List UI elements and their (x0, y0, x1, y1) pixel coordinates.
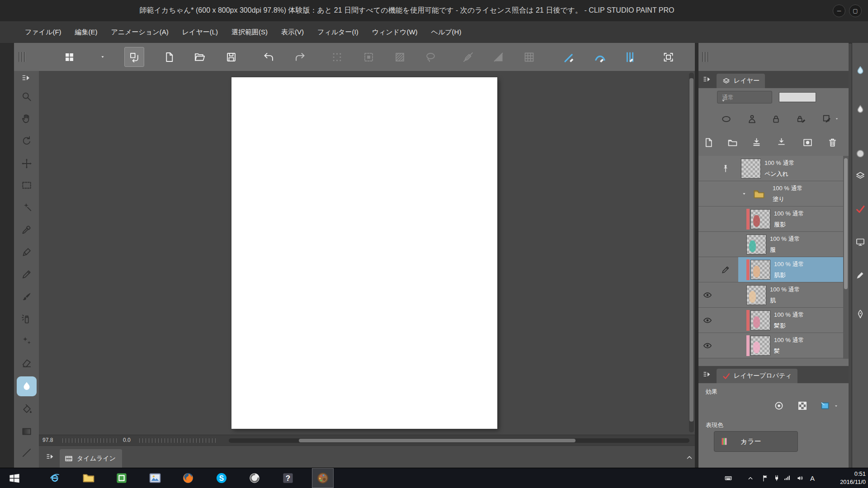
eraser-tool[interactable] (17, 353, 37, 373)
chevron-up-icon[interactable] (684, 452, 694, 462)
menu-item-1[interactable]: ファイル(F) (18, 21, 68, 43)
taskbar-spiral-app[interactable] (244, 468, 265, 488)
tray-show-hidden-icons[interactable] (745, 468, 756, 488)
right-panel-grip[interactable] (698, 43, 849, 71)
layer-property-menu-icon[interactable] (702, 370, 712, 380)
merge-down-button[interactable] (773, 134, 789, 150)
workspace-grid-button[interactable] (59, 47, 79, 67)
taskbar-help-app[interactable]: ? (277, 468, 299, 488)
layer-thumbnail[interactable] (750, 310, 770, 330)
layer-thumbnail[interactable] (741, 159, 761, 178)
layer-visibility-toggle[interactable] (698, 282, 717, 308)
blend-mode-dropdown[interactable]: 通常 (717, 91, 772, 103)
move-canvas-tool[interactable] (17, 108, 37, 128)
lock-layer-icon[interactable] (768, 111, 784, 127)
minimize-button[interactable]: ─ (833, 5, 845, 17)
tray-volume[interactable] (794, 468, 806, 488)
palette-color-slider[interactable] (854, 103, 867, 116)
chevron-down-icon[interactable] (834, 116, 840, 122)
layer-color-effect-toggle[interactable] (817, 398, 833, 414)
palette-navigator[interactable] (854, 235, 867, 249)
menu-item-8[interactable]: ウィンドウ(W) (365, 21, 425, 43)
taskbar-file-explorer[interactable] (78, 468, 99, 488)
tray-network[interactable] (781, 468, 793, 488)
palette-tool-property[interactable] (854, 307, 867, 321)
layers-panel-menu-icon[interactable] (702, 75, 712, 84)
timeline-panel-menu-icon[interactable] (45, 452, 55, 462)
horizontal-scrollbar-thumb[interactable] (299, 439, 576, 442)
airbrush-tool[interactable] (17, 309, 37, 329)
layer-thumbnail[interactable] (750, 336, 770, 356)
layer-visibility-toggle[interactable] (698, 232, 717, 257)
taskbar-firefox[interactable] (177, 468, 199, 488)
blend-tool[interactable] (17, 376, 37, 396)
folder-expand-toggle[interactable] (741, 191, 747, 197)
transfer-down-button[interactable] (748, 134, 764, 150)
palette-color-set[interactable] (854, 147, 867, 160)
fill-selection-button[interactable] (390, 47, 410, 67)
object-launcher-button[interactable] (124, 47, 144, 67)
open-file-button[interactable] (189, 47, 209, 67)
taskbar-green-app[interactable] (111, 468, 132, 488)
tool-palette-menu-icon[interactable] (21, 73, 32, 84)
layer-thumbnail[interactable] (750, 209, 770, 229)
vertical-scrollbar[interactable] (689, 73, 694, 432)
new-layer-button[interactable] (700, 134, 717, 150)
expression-color-dropdown[interactable]: カラー (714, 431, 798, 452)
brush-tool[interactable] (17, 287, 37, 307)
layer-row-4[interactable]: 100 % 通常服 (698, 232, 843, 257)
figure-tool[interactable] (17, 443, 37, 463)
layer-folder-icon[interactable] (749, 184, 769, 204)
vertical-scrollbar-thumb[interactable] (689, 78, 693, 422)
redo-button[interactable] (290, 47, 310, 67)
move-layer-tool[interactable] (17, 154, 37, 174)
palette-color-wheel[interactable] (854, 64, 867, 77)
start-button[interactable] (4, 468, 25, 488)
layer-visibility-toggle[interactable] (698, 308, 717, 333)
layer-list-scrollbar-thumb[interactable] (844, 158, 848, 289)
opacity-input[interactable] (779, 92, 816, 102)
decoration-tool[interactable] (17, 331, 37, 351)
layer-row-7[interactable]: 100 % 通常髪影 (698, 308, 843, 333)
selection-tool[interactable] (17, 175, 37, 195)
border-effect-toggle[interactable] (771, 398, 787, 414)
menu-item-3[interactable]: アニメーション(A) (104, 21, 175, 43)
rotate-canvas-tool[interactable] (17, 131, 37, 151)
menu-item-9[interactable]: ヘルプ(H) (425, 21, 468, 43)
snap-to-ruler-button[interactable] (559, 47, 579, 67)
menu-item-4[interactable]: レイヤー(L) (175, 21, 225, 43)
reselect-button[interactable] (359, 47, 378, 67)
screen-tone-button[interactable] (519, 47, 539, 67)
layer-visibility-toggle[interactable] (698, 181, 717, 206)
taskbar-clip-studio-paint[interactable] (312, 468, 334, 488)
layer-row-3[interactable]: 100 % 通常服影 (698, 206, 843, 232)
layer-list-scrollbar[interactable] (843, 156, 849, 359)
draft-layer-icon[interactable] (819, 111, 835, 127)
lock-transparent-pixels-icon[interactable] (793, 111, 809, 127)
layer-thumbnail[interactable] (750, 260, 770, 280)
menu-item-5[interactable]: 選択範囲(S) (225, 21, 274, 43)
workspace-dropdown[interactable] (98, 47, 107, 67)
tab-layer-property[interactable]: レイヤープロパティ (717, 369, 797, 383)
delete-layer-button[interactable] (824, 134, 840, 150)
palette-layer-property[interactable] (854, 202, 867, 216)
menu-item-6[interactable]: 表示(V) (274, 21, 311, 43)
layer-row-2[interactable]: 100 % 通常塗り (698, 181, 843, 206)
document-canvas[interactable] (231, 77, 497, 429)
tab-layers[interactable]: レイヤー (717, 74, 765, 88)
layer-mask-button[interactable] (799, 134, 816, 150)
layer-row-1[interactable]: 100 % 通常ペン入れ (698, 156, 843, 181)
tray-touch-keyboard[interactable] (722, 468, 734, 488)
palette-layer[interactable] (854, 169, 867, 183)
lasso-selection-button[interactable] (420, 47, 440, 67)
material-frame-button[interactable] (658, 47, 678, 67)
maximize-button[interactable]: ▢ (849, 5, 862, 17)
clip-figure-icon[interactable] (744, 111, 760, 127)
auto-select-tool[interactable] (17, 197, 37, 217)
save-file-button[interactable] (221, 47, 241, 67)
snap-to-grid-button[interactable] (620, 47, 640, 67)
canvas-area[interactable] (39, 71, 695, 435)
expand-selection-button[interactable] (488, 47, 508, 67)
rotation-slider[interactable] (139, 438, 216, 443)
tone-oval-icon[interactable] (718, 111, 734, 127)
